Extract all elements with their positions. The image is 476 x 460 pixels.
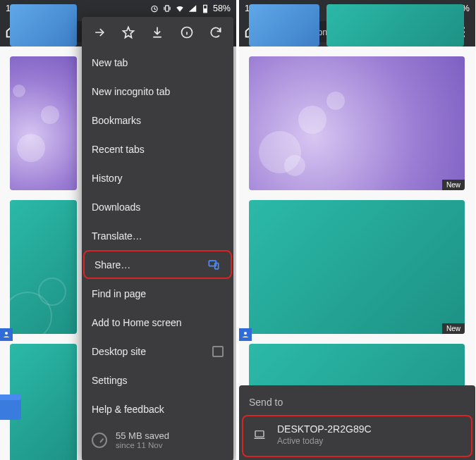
- phone-right: 13:09 58% freepik.com/free-photos-vec 14…: [239, 0, 475, 460]
- new-badge: New: [442, 180, 465, 190]
- svg-rect-15: [255, 431, 264, 437]
- image-tile[interactable]: [10, 56, 77, 190]
- share-sheet: Send to DESKTOP-2R2G89C Active today: [239, 385, 475, 460]
- device-row[interactable]: DESKTOP-2R2G89C Active today: [242, 415, 472, 457]
- bookmark-star-icon[interactable]: [121, 25, 135, 39]
- overflow-menu: New tab New incognito tab Bookmarks Rece…: [82, 17, 233, 460]
- wifi-icon: [175, 4, 185, 13]
- menu-iconrow: [82, 17, 233, 48]
- battery-icon: [200, 4, 210, 13]
- contributor-badge-icon: [239, 328, 252, 341]
- image-tile[interactable]: New: [249, 56, 465, 190]
- info-icon[interactable]: [180, 25, 194, 39]
- vibrate-icon: [162, 4, 172, 13]
- menu-label: Downloads: [92, 201, 140, 213]
- svg-point-5: [5, 332, 8, 335]
- forward-icon[interactable]: [92, 25, 106, 39]
- signal-icon: [188, 4, 197, 13]
- menu-item-desktop[interactable]: Desktop site: [82, 337, 233, 366]
- menu-item-bookmarks[interactable]: Bookmarks: [82, 106, 233, 135]
- share-sheet-title: Send to: [239, 385, 475, 415]
- svg-rect-3: [204, 8, 207, 13]
- devices-icon: [207, 258, 221, 272]
- menu-item-history[interactable]: History: [82, 163, 233, 192]
- svg-rect-1: [166, 6, 169, 11]
- menu-label: Add to Home screen: [92, 317, 182, 328]
- laptop-icon: [252, 428, 267, 441]
- image-tile[interactable]: [249, 4, 319, 46]
- menu-label: History: [92, 173, 123, 184]
- menu-label: New tab: [92, 57, 128, 68]
- phone-left: 13:09 58% freepi: [0, 0, 236, 460]
- data-saver-row[interactable]: 55 MB saved since 11 Nov: [82, 423, 233, 456]
- image-tile[interactable]: New: [249, 200, 465, 334]
- menu-label: New incognito tab: [92, 86, 170, 97]
- menu-item-find[interactable]: Find in page: [82, 279, 233, 308]
- menu-label: Bookmarks: [92, 115, 141, 126]
- menu-item-translate[interactable]: Translate…: [82, 221, 233, 250]
- device-name: DESKTOP-2R2G89C: [277, 423, 372, 435]
- svg-point-14: [244, 332, 247, 335]
- menu-label: Settings: [92, 375, 128, 386]
- savings-since: since 11 Nov: [116, 441, 169, 449]
- new-badge: New: [442, 323, 465, 334]
- menu-item-settings[interactable]: Settings: [82, 366, 233, 394]
- menu-label: Share…: [94, 259, 130, 271]
- checkbox-unchecked-icon[interactable]: [212, 346, 224, 357]
- menu-label: Find in page: [92, 288, 146, 299]
- menu-label: Recent tabs: [92, 144, 145, 155]
- savings-amount: 55 MB saved: [116, 430, 169, 441]
- menu-item-recent[interactable]: Recent tabs: [82, 135, 233, 163]
- gift-icon: [0, 399, 21, 420]
- menu-item-addhome[interactable]: Add to Home screen: [82, 308, 233, 337]
- gauge-icon: [92, 433, 107, 448]
- contributor-badge-icon: [0, 328, 13, 341]
- image-tile[interactable]: [327, 4, 464, 46]
- download-icon[interactable]: [150, 25, 164, 39]
- menu-label: Desktop site: [92, 346, 146, 357]
- menu-item-incognito[interactable]: New incognito tab: [82, 77, 233, 106]
- image-tile[interactable]: [10, 4, 77, 46]
- menu-item-help[interactable]: Help & feedback: [82, 394, 233, 423]
- menu-item-downloads[interactable]: Downloads: [82, 192, 233, 221]
- image-tile[interactable]: [10, 200, 77, 334]
- menu-label: Help & feedback: [92, 404, 164, 415]
- device-status: Active today: [277, 436, 372, 446]
- refresh-icon[interactable]: [209, 25, 223, 39]
- menu-item-share[interactable]: Share…: [83, 250, 232, 279]
- alarm-icon: [149, 4, 159, 13]
- menu-label: Translate…: [92, 230, 142, 242]
- battery-percent: 58%: [213, 4, 231, 13]
- menu-item-newtab[interactable]: New tab: [82, 48, 233, 77]
